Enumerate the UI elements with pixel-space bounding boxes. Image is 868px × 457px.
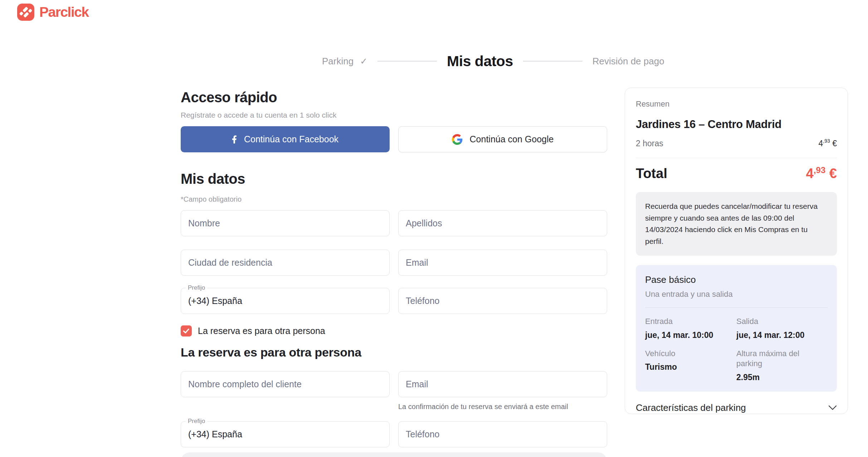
checkout-page: Parclick Parking ✓ Mis datos Revisión de… <box>0 0 868 457</box>
altura-label: Altura máxima del parking <box>736 349 823 369</box>
name-row <box>181 210 607 236</box>
checkout-stepper: Parking ✓ Mis datos Revisión de pago <box>322 50 664 72</box>
client-telefono-input[interactable] <box>398 421 607 447</box>
parking-features-label: Características del parking <box>636 402 746 413</box>
client-email-input[interactable] <box>398 371 607 397</box>
step-mis-datos: Mis datos <box>447 53 513 70</box>
other-person-title: La reserva es para otra persona <box>181 345 607 359</box>
pass-details-panel: Pase básico Una entrada y una salida Ent… <box>636 265 837 392</box>
chevron-down-icon[interactable] <box>828 405 837 410</box>
total-row: Total 4,93 € <box>636 166 837 181</box>
phone-row: Prefijo (+34) España <box>181 288 607 314</box>
ciudad-input[interactable] <box>181 250 390 276</box>
altura-value: 2.95m <box>736 373 823 382</box>
other-person-checkbox-label[interactable]: La reserva es para otra persona <box>198 326 325 336</box>
step-parking[interactable]: Parking <box>322 56 353 67</box>
duration-label: 2 horas <box>636 139 663 148</box>
apellidos-input[interactable] <box>398 210 607 236</box>
other-person-checkbox-row: La reserva es para otra persona <box>181 325 607 336</box>
nombre-completo-input[interactable] <box>181 371 390 397</box>
entry-exit-row: Entrada jue, 14 mar. 10:00 Salida jue, 1… <box>645 316 828 340</box>
summary-divider <box>636 158 837 158</box>
facebook-login-label: Continúa con Facebook <box>244 134 338 144</box>
stepper-divider <box>523 61 582 62</box>
google-login-button[interactable]: Continúa con Google <box>398 126 607 152</box>
client-prefijo-label: Prefijo <box>186 418 207 425</box>
quick-access-subtitle: Regístrate o accede a tu cuenta en 1 sol… <box>181 111 607 119</box>
other-person-checkbox[interactable] <box>181 325 192 336</box>
entrada-label: Entrada <box>645 316 731 327</box>
telefono-input[interactable] <box>398 288 607 314</box>
step-revision-pago: Revisión de pago <box>593 56 664 67</box>
quick-access-title: Acceso rápido <box>181 89 607 105</box>
salida-cell: Salida jue, 14 mar. 12:00 <box>736 316 828 340</box>
altura-cell: Altura máxima del parking 2.95m <box>736 349 828 382</box>
client-prefijo-select[interactable]: Prefijo (+34) España <box>181 421 390 447</box>
facebook-login-button[interactable]: Continúa con Facebook <box>181 126 390 152</box>
pass-title: Pase básico <box>645 274 828 285</box>
vehiculo-value: Turismo <box>645 362 731 372</box>
checkmark-icon <box>183 328 190 334</box>
stepper-divider <box>377 61 437 62</box>
cancellation-note: Recuerda que puedes cancelar/modificar t… <box>636 192 837 256</box>
vehicle-height-row: Vehículo Turismo Altura máxima del parki… <box>645 349 828 382</box>
prefijo-value: (+34) España <box>188 296 242 306</box>
entrada-cell: Entrada jue, 14 mar. 10:00 <box>645 316 736 340</box>
client-name-email-row <box>181 371 607 397</box>
duration-price-row: 2 horas 4,93 € <box>636 139 837 148</box>
email-input[interactable] <box>398 250 607 276</box>
next-section-panel <box>181 452 607 457</box>
required-field-note: *Campo obligatorio <box>181 195 607 203</box>
google-login-label: Continúa con Google <box>470 134 554 144</box>
salida-label: Salida <box>736 316 823 327</box>
total-label: Total <box>636 166 667 181</box>
main-form-column: Acceso rápido Regístrate o accede a tu c… <box>181 89 607 457</box>
parclick-logo[interactable]: Parclick <box>17 4 89 21</box>
salida-value: jue, 14 mar. 12:00 <box>736 330 823 340</box>
entrada-value: jue, 14 mar. 10:00 <box>645 330 731 340</box>
pass-subtitle: Una entrada y una salida <box>645 290 828 299</box>
social-login-row: Continúa con Facebook Continúa con Googl… <box>181 126 607 152</box>
total-price: 4,93 € <box>806 166 837 181</box>
pass-divider <box>645 308 828 308</box>
client-prefijo-value: (+34) España <box>188 429 242 439</box>
duration-price: 4,93 € <box>819 139 837 148</box>
prefijo-label: Prefijo <box>186 284 207 291</box>
google-icon <box>452 134 463 145</box>
parking-name: Jardines 16 – Centro Madrid <box>636 118 837 131</box>
vehiculo-cell: Vehículo Turismo <box>645 349 736 382</box>
prefijo-select[interactable]: Prefijo (+34) España <box>181 288 390 314</box>
summary-title: Resumen <box>636 99 837 109</box>
parclick-logo-icon <box>17 4 34 21</box>
vehiculo-label: Vehículo <box>645 349 731 359</box>
my-data-title: Mis datos <box>181 171 607 187</box>
nombre-input[interactable] <box>181 210 390 236</box>
brand-name: Parclick <box>39 4 89 20</box>
client-phone-row: Prefijo (+34) España <box>181 421 607 447</box>
summary-card: Resumen Jardines 16 – Centro Madrid 2 ho… <box>625 88 848 414</box>
facebook-icon <box>232 135 237 144</box>
email-helper-text: La confirmación de tu reserva se enviará… <box>398 403 607 411</box>
step-check-icon: ✓ <box>360 56 367 67</box>
parking-features-toggle[interactable]: Características del parking <box>636 402 837 413</box>
city-email-row <box>181 250 607 276</box>
